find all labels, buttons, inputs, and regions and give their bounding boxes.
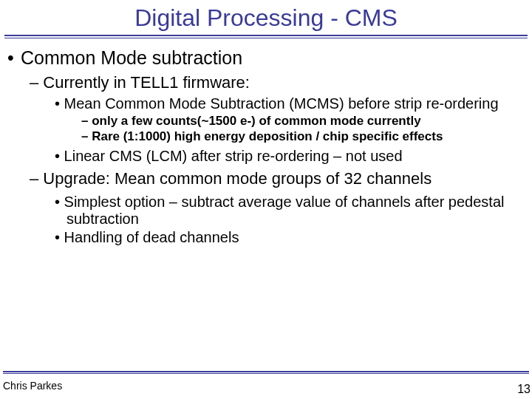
slide-title: Digital Processing - CMS [0, 0, 532, 35]
bullet-l4: – Rare (1:1000) high energy deposition /… [81, 129, 525, 144]
bullet-l3: • Mean Common Mode Subtraction (MCMS) be… [55, 95, 525, 112]
bullet-l1-text: Common Mode subtraction [21, 47, 242, 68]
bullet-l3: • Simplest option – subtract average val… [55, 194, 525, 228]
bullet-l1: •Common Mode subtraction [7, 47, 525, 69]
bullet-l2: – Upgrade: Mean common mode groups of 32… [30, 169, 525, 188]
title-underline [4, 35, 528, 38]
footer-rule [3, 371, 529, 374]
bullet-l3: • Handling of dead channels [55, 229, 525, 246]
footer-author: Chris Parkes [3, 380, 62, 392]
bullet-l4: – only a few counts(~1500 e-) of common … [81, 114, 525, 129]
bullet-l2: – Currently in TELL1 firmware: [30, 73, 525, 92]
slide-body: •Common Mode subtraction – Currently in … [0, 43, 532, 246]
bullet-l3: • Linear CMS (LCM) after strip re-orderi… [55, 148, 525, 165]
page-number: 13 [517, 383, 531, 396]
